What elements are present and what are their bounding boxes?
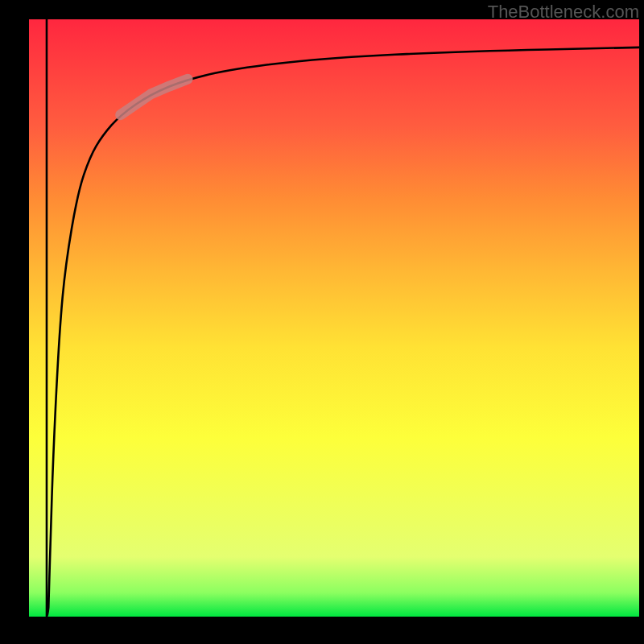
- curve-layer: [29, 19, 639, 617]
- watermark-text: TheBottleneck.com: [488, 2, 639, 23]
- curve-highlight: [121, 79, 188, 115]
- chart-root: TheBottleneck.com: [0, 0, 644, 644]
